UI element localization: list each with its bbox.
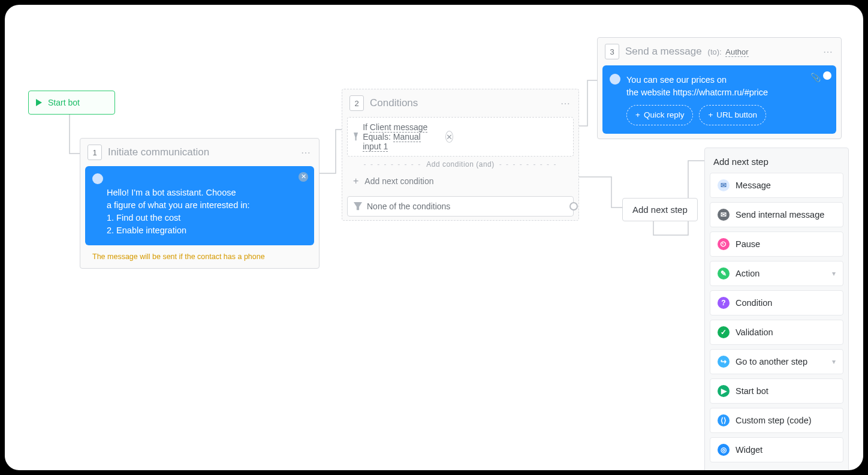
condition-op: Equals: [363,132,393,142]
flow-canvas[interactable]: Start bot 1 Initiate communication ⋯ ✕ H… [5,5,863,470]
node-title: Conditions [370,97,418,109]
globe-icon [92,173,103,184]
node-conditions[interactable]: 2 Conditions ⋯ If Client message Equals:… [342,89,579,221]
remove-condition-icon[interactable]: ✕ [445,131,453,143]
node-menu-icon[interactable]: ⋯ [560,98,571,109]
filter-icon [354,133,358,141]
play-icon [36,99,42,106]
widget-icon: ◎ [718,444,730,456]
node-initiate[interactable]: 1 Initiate communication ⋯ ✕ Hello! I'm … [80,138,320,269]
node-number: 3 [605,44,619,59]
message-line: the website https://whatcrm.ru/#price [626,86,812,99]
message-line: You can see our prices on [626,74,812,86]
condition-field[interactable]: Client message [370,122,428,133]
add-next-condition[interactable]: + Add next condition [347,171,574,191]
message-line: 2. Enable integration [107,224,305,237]
node-send-message[interactable]: 3 Send a message (to): Author ⋯ 📎 You ca… [597,37,842,139]
internal-icon: ✉ [718,209,730,221]
message-line: Hello! I'm a bot assistant. Choose [107,187,305,199]
chevron-down-icon: ▾ [832,357,836,366]
add-next-step-node[interactable]: Add next step [622,198,698,221]
close-icon[interactable]: ✕ [299,172,308,182]
filter-icon [354,202,362,211]
condition-icon: ? [718,297,730,309]
message-bubble[interactable]: 📎 You can see our prices on the website … [602,65,836,134]
goto-icon: ↪ [718,356,730,368]
pause-icon: ⏲ [718,238,730,250]
plus-icon: + [353,176,358,187]
node-menu-icon[interactable]: ⋯ [301,147,312,158]
message-bubble[interactable]: ✕ Hello! I'm a bot assistant. Choose a f… [85,166,314,245]
add-step-label: Add next step [632,205,688,215]
step-option-message[interactable]: ✉Message [710,173,843,198]
condition-if: If [363,122,370,132]
start-bot-node[interactable]: Start bot [28,91,115,115]
chevron-down-icon: ▾ [832,269,836,278]
step-option-action[interactable]: ✎Action▾ [710,261,843,286]
action-icon: ✎ [718,267,730,279]
step-option-start-bot[interactable]: ▶Start bot [710,378,843,404]
step-type-panel: Add next step ✉Message ✉Send internal me… [704,148,849,470]
output-port[interactable] [569,202,578,211]
node-title: Initiate communication [108,146,209,158]
step-option-stop-bot[interactable]: Stop bot [710,467,843,470]
step-option-internal[interactable]: ✉Send internal message [710,202,843,227]
message-line: 1. Find out the cost [107,212,305,224]
add-next-label: Add next condition [364,176,433,186]
message-line: a figure of what you are interested in: [107,199,305,212]
step-option-goto[interactable]: ↪Go to another step▾ [710,349,843,374]
panel-title: Add next step [710,153,843,173]
quick-reply-button[interactable]: +Quick reply [626,105,693,125]
url-button[interactable]: +URL button [699,105,766,125]
play-circle-icon: ▶ [718,385,730,397]
warning-text: The message will be sent if the contact … [80,250,319,268]
add-and-condition[interactable]: Add condition (and) [342,160,578,169]
check-icon: ✓ [718,326,730,338]
node-menu-icon[interactable]: ⋯ [823,46,834,58]
step-option-widget[interactable]: ◎Widget [710,437,843,462]
none-condition-row[interactable]: None of the conditions [347,196,574,217]
attachment-icon[interactable]: 📎 [810,71,821,83]
start-bot-label: Start bot [48,98,80,107]
recipient[interactable]: (to): Author [708,47,749,56]
step-option-custom-code[interactable]: ⟨⟩Custom step (code) [710,408,843,433]
message-icon: ✉ [718,179,730,191]
condition-row[interactable]: If Client message Equals: Manual input 1… [347,117,574,157]
globe-icon [610,74,620,85]
step-option-pause[interactable]: ⏲Pause [710,232,843,257]
step-option-condition[interactable]: ?Condition [710,290,843,315]
node-number: 1 [88,145,102,160]
none-label: None of the conditions [367,202,450,211]
output-port[interactable] [823,71,831,80]
step-option-validation[interactable]: ✓Validation [710,320,843,345]
plus-icon: + [708,109,713,121]
code-icon: ⟨⟩ [718,414,730,426]
plus-icon: + [635,109,640,121]
node-number: 2 [349,95,364,111]
node-title: Send a message [625,46,702,58]
